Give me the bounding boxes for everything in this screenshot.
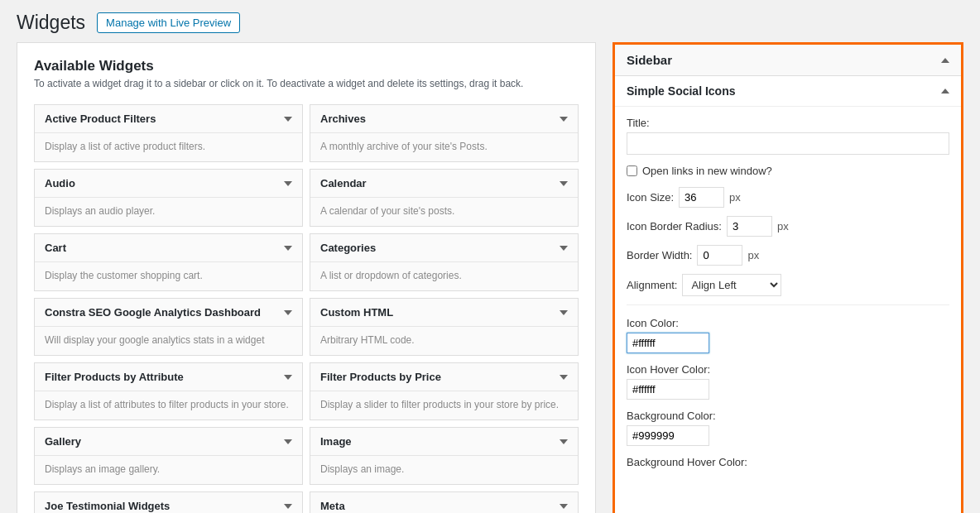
widget-desc-audio: Displays an audio player. (35, 198, 302, 226)
widget-image[interactable]: Image Displays an image. (310, 427, 579, 485)
widget-header-calendar[interactable]: Calendar (310, 170, 578, 198)
icon-hover-color-input[interactable] (627, 379, 709, 400)
icon-size-row: Icon Size: px (627, 187, 949, 208)
icon-border-radius-input[interactable] (727, 216, 772, 237)
widget-header-audio[interactable]: Audio (35, 170, 302, 198)
widget-header-joe-testimonial[interactable]: Joe Testimonial Widgets (35, 492, 302, 513)
widget-header-meta[interactable]: Meta (310, 492, 578, 513)
widget-title-audio: Audio (45, 177, 75, 189)
widget-title-archives: Archives (320, 113, 366, 125)
sidebar-collapse-icon[interactable] (941, 58, 949, 63)
title-input[interactable] (627, 132, 949, 155)
widget-title-calendar: Calendar (320, 177, 367, 189)
widget-categories[interactable]: Categories A list or dropdown of categor… (310, 233, 579, 291)
widget-constra-seo[interactable]: Constra SEO Google Analytics Dashboard W… (34, 298, 303, 356)
widget-header-filter-attribute[interactable]: Filter Products by Attribute (35, 363, 302, 391)
widget-desc-filter-attribute: Display a list of attributes to filter p… (35, 391, 302, 420)
widget-form-header: Simple Social Icons (615, 76, 961, 107)
widget-title-cart: Cart (45, 242, 66, 254)
icon-size-input[interactable] (679, 187, 724, 208)
widget-title-active-product-filters: Active Product Filters (45, 113, 156, 125)
widget-desc-categories: A list or dropdown of categories. (310, 262, 578, 290)
chevron-down-icon (560, 504, 568, 509)
chevron-down-icon (284, 246, 292, 251)
widgets-grid: Active Product Filters Display a list of… (34, 104, 579, 513)
open-links-checkbox[interactable] (627, 165, 637, 176)
widget-form-title: Simple Social Icons (627, 84, 736, 98)
widget-title-filter-price: Filter Products by Price (320, 371, 441, 383)
widget-header-archives[interactable]: Archives (310, 105, 578, 133)
widget-cart[interactable]: Cart Display the customer shopping cart. (34, 233, 303, 291)
background-color-label: Background Color: (627, 410, 949, 422)
chevron-down-icon (284, 375, 292, 380)
page-wrapper: Widgets Manage with Live Preview Availab… (0, 0, 980, 513)
icon-hover-color-row: Icon Hover Color: (627, 363, 949, 400)
alignment-label: Alignment: (627, 279, 677, 291)
icon-hover-color-label: Icon Hover Color: (627, 363, 949, 376)
page-header: Widgets Manage with Live Preview (0, 0, 980, 42)
icon-border-radius-row: Icon Border Radius: px (627, 216, 949, 237)
manage-preview-button[interactable]: Manage with Live Preview (97, 12, 240, 33)
widget-desc-custom-html: Arbitrary HTML code. (310, 327, 578, 355)
title-row: Title: (627, 117, 949, 155)
icon-color-label: Icon Color: (627, 317, 949, 329)
background-hover-color-row: Background Hover Color: (627, 456, 949, 468)
widget-title-gallery: Gallery (45, 435, 81, 448)
widget-desc-active-product-filters: Display a list of active product filters… (35, 133, 302, 161)
icon-color-input[interactable] (627, 333, 709, 353)
chevron-down-icon (284, 310, 292, 315)
widget-gallery[interactable]: Gallery Displays an image gallery. (34, 427, 303, 485)
widget-desc-gallery: Displays an image gallery. (35, 456, 302, 484)
widget-title-categories: Categories (320, 242, 376, 254)
available-widgets-subtitle: To activate a widget drag it to a sideba… (34, 78, 579, 89)
widget-archives[interactable]: Archives A monthly archive of your site'… (310, 104, 579, 162)
chevron-down-icon (560, 117, 568, 122)
widget-header-cart[interactable]: Cart (35, 234, 302, 262)
icon-color-row: Icon Color: (627, 317, 949, 353)
chevron-down-icon (560, 246, 568, 251)
border-width-input[interactable] (697, 245, 742, 266)
sidebar-header: Sidebar (615, 45, 961, 76)
border-width-label: Border Width: (627, 249, 692, 261)
chevron-down-icon (284, 181, 292, 186)
widget-desc-constra-seo: Will display your google analytics stats… (35, 327, 302, 355)
widget-title-image: Image (320, 435, 352, 448)
widget-header-active-product-filters[interactable]: Active Product Filters (35, 105, 302, 133)
widget-header-custom-html[interactable]: Custom HTML (310, 299, 578, 327)
background-color-input[interactable] (627, 425, 709, 446)
widget-title-meta: Meta (320, 500, 345, 512)
widget-header-gallery[interactable]: Gallery (35, 428, 302, 456)
border-width-row: Border Width: px (627, 245, 949, 266)
widget-header-image[interactable]: Image (310, 428, 578, 456)
widget-filter-attribute[interactable]: Filter Products by Attribute Display a l… (34, 362, 303, 420)
widget-title-constra-seo: Constra SEO Google Analytics Dashboard (45, 306, 261, 319)
widget-calendar[interactable]: Calendar A calendar of your site's posts… (310, 169, 579, 227)
sidebar-container: Sidebar Simple Social Icons Title: (612, 42, 963, 513)
available-widgets-panel: Available Widgets To activate a widget d… (17, 42, 596, 513)
widget-custom-html[interactable]: Custom HTML Arbitrary HTML code. (310, 298, 579, 356)
widget-header-filter-price[interactable]: Filter Products by Price (310, 363, 578, 391)
right-panel: Sidebar Simple Social Icons Title: (612, 42, 963, 513)
widget-desc-image: Displays an image. (310, 456, 578, 484)
widget-header-categories[interactable]: Categories (310, 234, 578, 262)
sidebar-title: Sidebar (627, 53, 672, 67)
open-links-row: Open links in new window? (627, 165, 949, 177)
icon-border-radius-label: Icon Border Radius: (627, 220, 722, 233)
background-color-row: Background Color: (627, 410, 949, 446)
widget-form-body: Title: Open links in new window? Icon Si… (615, 107, 961, 488)
widget-filter-price[interactable]: Filter Products by Price Display a slide… (310, 362, 579, 420)
widget-header-constra-seo[interactable]: Constra SEO Google Analytics Dashboard (35, 299, 302, 327)
alignment-row: Alignment: Align Left Align Center Align… (627, 274, 949, 296)
widget-desc-filter-price: Display a slider to filter products in y… (310, 391, 578, 420)
divider (627, 304, 949, 305)
widget-meta[interactable]: Meta (310, 491, 579, 513)
widget-joe-testimonial[interactable]: Joe Testimonial Widgets (34, 491, 303, 513)
icon-size-label: Icon Size: (627, 191, 674, 204)
alignment-select[interactable]: Align Left Align Center Align Right (682, 274, 781, 296)
widget-form-collapse-icon[interactable] (941, 89, 949, 93)
chevron-down-icon (560, 439, 568, 444)
widget-audio[interactable]: Audio Displays an audio player. (34, 169, 303, 227)
available-widgets-title: Available Widgets (34, 58, 579, 74)
widget-active-product-filters[interactable]: Active Product Filters Display a list of… (34, 104, 303, 162)
title-label: Title: (627, 117, 949, 129)
